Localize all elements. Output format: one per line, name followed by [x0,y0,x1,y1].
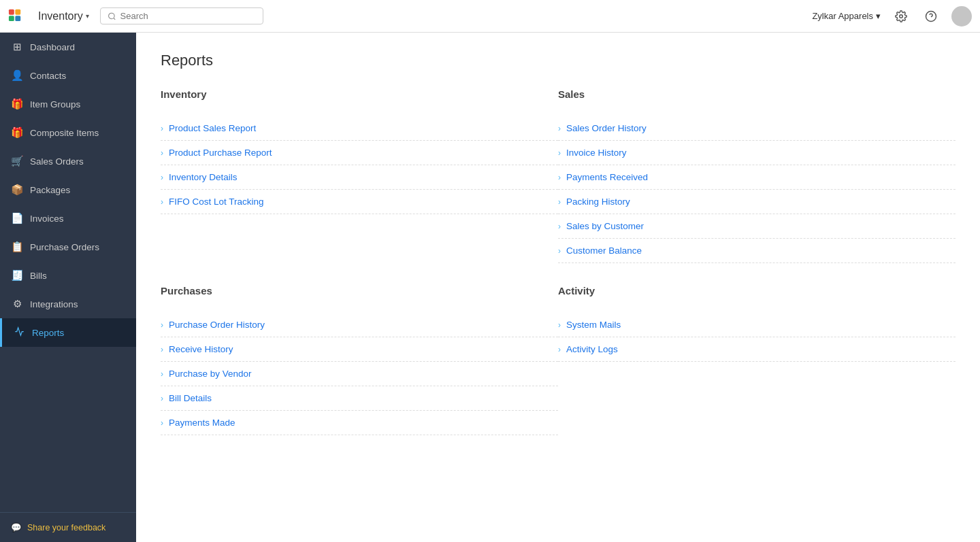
sidebar-item-sales-orders[interactable]: 🛒 Sales Orders [0,147,136,175]
sales-order-history-link[interactable]: Sales Order History [566,123,647,133]
invoice-history-link[interactable]: Invoice History [566,148,627,158]
sales-by-customer-link[interactable]: Sales by Customer [566,221,644,231]
receive-history-link[interactable]: Receive History [169,344,233,354]
svg-rect-0 [9,9,14,14]
reports-grid: Inventory › Product Sales Report › Produ… [161,88,956,457]
report-link-row[interactable]: › Invoice History [558,141,956,165]
chevron-right-icon: › [558,246,561,256]
chevron-right-icon: › [161,369,163,379]
sidebar-label-packages: Packages [30,185,70,195]
report-link-row[interactable]: › Sales by Customer [558,214,956,239]
chevron-right-icon: › [161,124,163,133]
chevron-right-icon: › [558,173,561,182]
purchases-section: Purchases › Purchase Order History › Rec… [161,285,558,457]
svg-line-5 [114,18,115,19]
sidebar-item-packages[interactable]: 📦 Packages [0,175,136,204]
search-icon [108,12,116,21]
invoices-icon: 📄 [11,212,23,224]
sidebar-item-composite-items[interactable]: 🎁 Composite Items [0,118,136,147]
report-link-row[interactable]: › Product Purchase Report [161,141,558,165]
sidebar-label-integrations: Integrations [30,299,78,309]
customer-balance-link[interactable]: Customer Balance [566,245,642,256]
purchase-order-history-link[interactable]: Purchase Order History [169,320,265,330]
sidebar-item-invoices[interactable]: 📄 Invoices [0,204,136,233]
sidebar-label-purchase-orders: Purchase Orders [30,242,99,252]
report-link-row[interactable]: › Payments Made [161,411,558,435]
report-link-row[interactable]: › Inventory Details [161,165,558,190]
search-input[interactable] [120,11,256,21]
report-link-row[interactable]: › Purchase Order History [161,313,558,337]
activity-section: Activity › System Mails › Activity Logs [558,285,956,457]
report-link-row[interactable]: › Customer Balance [558,239,956,263]
logo[interactable]: Inventory ▾ [8,9,89,24]
inventory-details-link[interactable]: Inventory Details [169,172,238,182]
org-name[interactable]: Zylkar Apparels ▾ [812,11,881,21]
sidebar-label-item-groups: Item Groups [30,99,80,109]
chevron-right-icon: › [161,197,163,207]
report-link-row[interactable]: › Sales Order History [558,116,956,141]
report-link-row[interactable]: › Payments Received [558,165,956,190]
sales-section: Sales › Sales Order History › Invoice Hi… [558,88,956,285]
purchase-by-vendor-link[interactable]: Purchase by Vendor [169,369,252,379]
main-content: Reports Inventory › Product Sales Report… [136,33,980,542]
chevron-right-icon: › [161,394,163,403]
svg-point-4 [108,13,114,19]
chevron-right-icon: › [558,320,561,330]
chevron-right-icon: › [161,418,163,428]
report-link-row[interactable]: › Product Sales Report [161,116,558,141]
fifo-cost-lot-tracking-link[interactable]: FIFO Cost Lot Tracking [169,197,264,207]
activity-logs-link[interactable]: Activity Logs [566,344,618,354]
sidebar-label-reports: Reports [32,328,64,338]
avatar[interactable] [951,6,972,27]
report-link-row[interactable]: › System Mails [558,313,956,337]
sidebar-item-contacts[interactable]: 👤 Contacts [0,61,136,90]
chevron-right-icon: › [161,345,163,354]
feedback-button[interactable]: 💬 Share your feedback [0,512,136,542]
sidebar-item-dashboard[interactable]: ⊞ Dashboard [0,33,136,61]
report-link-row[interactable]: › Purchase by Vendor [161,362,558,386]
sidebar-item-item-groups[interactable]: 🎁 Item Groups [0,90,136,118]
topbar: Inventory ▾ Zylkar Apparels ▾ [0,0,980,33]
report-link-row[interactable]: › Packing History [558,190,956,214]
sidebar-item-bills[interactable]: 🧾 Bills [0,261,136,290]
report-link-row[interactable]: › Receive History [161,337,558,362]
activity-section-title: Activity [558,285,956,302]
sidebar-item-integrations[interactable]: ⚙ Integrations [0,290,136,318]
chevron-right-icon: › [558,345,561,354]
bills-icon: 🧾 [11,269,23,282]
sidebar-item-purchase-orders[interactable]: 📋 Purchase Orders [0,233,136,261]
app-dropdown-chevron[interactable]: ▾ [86,12,89,20]
reports-icon [13,326,25,339]
sales-orders-icon: 🛒 [11,155,23,167]
svg-rect-2 [9,16,14,21]
product-sales-report-link[interactable]: Product Sales Report [169,123,256,133]
item-groups-icon: 🎁 [11,98,23,110]
feedback-label: Share your feedback [27,523,105,532]
search-box[interactable] [100,7,263,24]
dashboard-icon: ⊞ [11,41,23,53]
sidebar-label-composite-items: Composite Items [30,128,99,138]
sidebar-label-contacts: Contacts [30,71,66,81]
sidebar-item-reports[interactable]: Reports [0,318,136,347]
org-dropdown-chevron: ▾ [876,11,881,21]
report-link-row[interactable]: › Bill Details [161,386,558,411]
composite-items-icon: 🎁 [11,126,23,139]
report-link-row[interactable]: › FIFO Cost Lot Tracking [161,190,558,214]
packing-history-link[interactable]: Packing History [566,197,630,207]
chevron-right-icon: › [558,124,561,133]
system-mails-link[interactable]: System Mails [566,320,621,330]
help-icon[interactable] [921,7,941,26]
payments-made-link[interactable]: Payments Made [169,418,235,428]
purchases-section-title: Purchases [161,285,558,302]
settings-icon[interactable] [892,7,911,26]
chevron-right-icon: › [558,197,561,207]
report-link-row[interactable]: › Activity Logs [558,337,956,362]
page-title: Reports [161,52,956,69]
bill-details-link[interactable]: Bill Details [169,393,212,403]
inventory-section: Inventory › Product Sales Report › Produ… [161,88,558,285]
purchase-orders-icon: 📋 [11,241,23,253]
product-purchase-report-link[interactable]: Product Purchase Report [169,148,272,158]
packages-icon: 📦 [11,184,23,196]
chevron-right-icon: › [161,148,163,158]
payments-received-link[interactable]: Payments Received [566,172,648,182]
